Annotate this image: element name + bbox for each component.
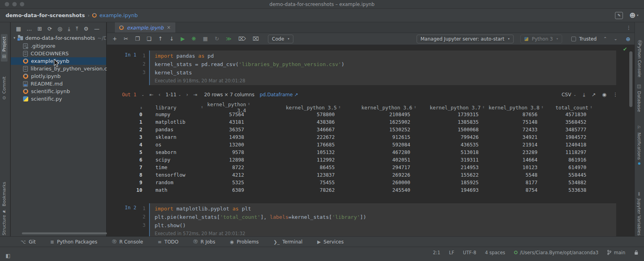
- table-row[interactable]: 6scipy1289811299240205131931114664861916: [107, 156, 634, 164]
- export-format-select[interactable]: CSV ⌄: [562, 92, 576, 97]
- trusted-checkbox[interactable]: Trusted: [571, 36, 597, 42]
- editor-scrollbar[interactable]: [629, 51, 632, 107]
- breadcrumb-project[interactable]: demo-data-for-screenshots: [6, 12, 85, 18]
- next-page-button[interactable]: ›: [186, 92, 188, 97]
- horizontal-scrollbar[interactable]: [22, 232, 107, 234]
- project-file-libraries_by_python_version.csv[interactable]: libraries_by_python_version.csv: [11, 65, 106, 72]
- collapse-output-icon[interactable]: ⌄: [142, 93, 144, 97]
- maximize-window-button[interactable]: [20, 2, 24, 6]
- project-file-README.md[interactable]: README.md: [11, 80, 106, 88]
- table-row[interactable]: 0numpy5756457880021084951739315876564571…: [107, 111, 634, 118]
- move-cell-up-icon[interactable]: ↑: [158, 36, 163, 42]
- cut-cell-icon[interactable]: ✂: [124, 36, 128, 42]
- table-row[interactable]: 5seaborn95781051324672805130182328911182…: [107, 148, 634, 156]
- tool-window-button-r-jobs[interactable]: ⓇR Jobs: [193, 239, 215, 245]
- project-file-scientific.py[interactable]: scientific.py: [11, 95, 106, 103]
- add-cell-icon[interactable]: +: [113, 36, 117, 42]
- jupyter-server-select[interactable]: Managed Jupyter server: auto-start ▾: [417, 35, 514, 43]
- tool-window-button-r-console[interactable]: ⓇR Console: [112, 239, 143, 245]
- first-page-button[interactable]: ⇤: [149, 92, 153, 97]
- code-editor[interactable]: import matplotlib.pyplot as pltplt.pie(k…: [149, 203, 616, 236]
- hide-panel-icon[interactable]: —: [94, 26, 100, 32]
- tool-window-button-python-console[interactable]: ⓅPython Console: [636, 34, 643, 80]
- breadcrumb-file[interactable]: example.ipynb: [99, 12, 138, 18]
- tool-window-button-bookmarks[interactable]: ⚑Bookmarks: [1, 179, 8, 216]
- preview-icon[interactable]: ◉: [602, 92, 607, 97]
- git-branch-widget[interactable]: main: [607, 250, 625, 255]
- next-cell-icon[interactable]: ⌄: [614, 36, 617, 41]
- cell-type-select[interactable]: Code ▾: [268, 35, 293, 43]
- previous-page-button[interactable]: ‹: [159, 92, 161, 97]
- table-row[interactable]: 7time87228645529471721495310123614970: [107, 164, 634, 171]
- sort-icon[interactable]: ↕: [590, 105, 592, 111]
- lock-icon[interactable]: [634, 250, 638, 255]
- cell-out-label[interactable]: Out 1: [112, 92, 136, 97]
- edit-icon[interactable]: ✎: [615, 12, 623, 19]
- more-options-icon[interactable]: ⋮: [613, 92, 618, 97]
- table-row[interactable]: 10math6389782622455401946938754533638: [107, 186, 634, 194]
- collapse-all-icon[interactable]: ⤒: [76, 26, 78, 32]
- delete-cell-icon[interactable]: ⌧: [252, 36, 259, 42]
- tool-window-button-jupyter-variables[interactable]: ≔Jupyter Variables: [636, 189, 642, 238]
- code-line[interactable]: kernel_stats = pd.read_csv('libraries_by…: [155, 60, 612, 68]
- tool-window-button-notifications[interactable]: ⚐Notifications: [636, 123, 642, 167]
- editor-options-kebab-icon[interactable]: ⋮: [626, 25, 631, 31]
- table-row[interactable]: 4os13200176685592084436535219141240418: [107, 141, 634, 148]
- table-row[interactable]: 1matplotlib43181438386162590213858357514…: [107, 118, 634, 126]
- sort-icon[interactable]: ↕: [140, 105, 142, 110]
- user-avatar-icon[interactable]: ☻▾: [629, 12, 638, 19]
- run-all-icon[interactable]: ≫: [226, 36, 231, 42]
- tool-window-button-todo[interactable]: ≡TODO: [158, 239, 178, 245]
- minimize-window-button[interactable]: [12, 2, 17, 6]
- new-item-icon[interactable]: ⊞: [37, 26, 42, 32]
- code-line[interactable]: plt.pie(kernel_stats['total_count'], lab…: [155, 213, 612, 221]
- code-line[interactable]: import pandas as pd: [155, 52, 612, 60]
- tool-window-button-terminal[interactable]: ❯_Terminal: [274, 239, 303, 245]
- python-interpreter[interactable]: /Users/Ciara.Byrne/opt/anaconda3: [514, 250, 599, 255]
- project-file-.gitignore[interactable]: .gitignore: [11, 42, 106, 50]
- tool-window-button-python-packages[interactable]: ≣Python Packages: [50, 239, 97, 245]
- sort-icon[interactable]: ↕: [482, 105, 485, 111]
- checkbox-icon[interactable]: [571, 37, 576, 41]
- tab-example-ipynb[interactable]: example.ipynb ×: [115, 22, 175, 33]
- previous-cell-icon[interactable]: ⌃: [603, 36, 607, 41]
- kernel-select[interactable]: Python 3 ▾: [520, 35, 562, 43]
- sort-icon[interactable]: ↕: [338, 105, 341, 111]
- run-cell-icon[interactable]: ▶: [180, 36, 184, 42]
- code-editor[interactable]: import pandas as pdkernel_stats = pd.rea…: [149, 51, 616, 85]
- table-row[interactable]: 9random5325754552600001859258177534882: [107, 179, 634, 186]
- column-header[interactable]: library↕: [144, 105, 207, 111]
- restart-kernel-icon[interactable]: ↻: [215, 36, 219, 42]
- sort-icon[interactable]: ↕: [541, 105, 543, 111]
- expand-all-icon[interactable]: ⤓: [68, 26, 70, 32]
- clear-outputs-icon[interactable]: ⌦: [238, 36, 246, 42]
- last-page-button[interactable]: ⇥: [193, 92, 197, 97]
- open-in-new-icon[interactable]: ↗: [592, 92, 596, 97]
- project-views-icon[interactable]: ▦: [16, 26, 21, 32]
- project-file-scientific.ipynb[interactable]: scientific.ipynb: [11, 88, 106, 95]
- settings-gear-icon[interactable]: ⚙: [84, 26, 89, 32]
- code-line[interactable]: plt.show(): [155, 221, 612, 230]
- project-file-CODEOWNERS[interactable]: CODEOWNERS: [11, 50, 106, 57]
- move-cell-down-icon[interactable]: ↓: [169, 36, 174, 42]
- table-row[interactable]: 2pandas363573466671530252150006872433348…: [107, 126, 634, 133]
- project-file-plotly.ipynb[interactable]: plotly.ipynb: [11, 72, 106, 80]
- close-tab-icon[interactable]: ×: [167, 25, 171, 30]
- debug-cell-icon[interactable]: ❋: [192, 36, 196, 42]
- tool-window-button-services[interactable]: ▶Services: [317, 239, 343, 245]
- table-row[interactable]: 3sklearn14938222672912615799426349211984…: [107, 133, 634, 141]
- line-separator[interactable]: LF: [449, 250, 454, 255]
- dataframe-link[interactable]: pd.Dataframe ↗: [260, 92, 298, 97]
- indent-style[interactable]: 4 spaces: [485, 250, 505, 255]
- more-views-icon[interactable]: …: [27, 26, 32, 32]
- globe-icon[interactable]: ⊕: [626, 36, 630, 42]
- column-header[interactable]: kernel_python 3.7↕: [420, 105, 489, 111]
- tool-window-button-problems[interactable]: ◉Problems: [230, 239, 258, 245]
- page-range-select[interactable]: 1-11 ⌄: [166, 92, 181, 97]
- caret-position[interactable]: 2:1: [433, 250, 440, 255]
- inspections-ok-icon[interactable]: ✔: [623, 46, 627, 52]
- copy-cell-icon[interactable]: ❐: [135, 36, 140, 42]
- tool-window-button-git[interactable]: ⌥Git: [21, 239, 36, 245]
- download-icon[interactable]: ⤓: [583, 92, 586, 97]
- tool-window-button-commit[interactable]: ⊙Commit: [1, 74, 8, 102]
